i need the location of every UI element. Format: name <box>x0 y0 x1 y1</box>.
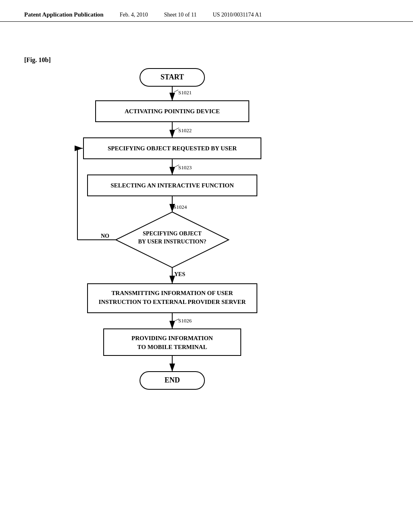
s1021-text: ACTIVATING POINTING DEVICE <box>125 108 220 114</box>
s1022-label: S1022 <box>178 127 192 133</box>
s1024-text-line2: BY USER INSTRUCTION? <box>138 239 206 245</box>
figure-label: [Fig. 10b] <box>24 56 51 64</box>
s1024-text-line1: SPECIFYING OBJECT <box>143 231 202 237</box>
yes-label: YES <box>174 271 185 277</box>
header-sheet: Sheet 10 of 11 <box>164 12 197 18</box>
publication-label: Patent Application Publication <box>24 11 104 18</box>
s1021-label: S1021 <box>178 89 192 96</box>
svg-rect-12 <box>104 329 241 355</box>
s1024-label: S1024 <box>173 204 187 210</box>
s1023-label: S1023 <box>178 164 192 170</box>
end-label: END <box>165 376 180 384</box>
s1026-label: S1026 <box>178 318 192 324</box>
s1026-text-line1: PROVIDING INFORMATION <box>131 335 213 341</box>
page-header: Patent Application Publication Feb. 4, 2… <box>0 0 413 22</box>
flowchart-diagram: START S1021 ACTIVATING POINTING DEVICE S… <box>65 60 348 496</box>
no-label: NO <box>101 233 109 239</box>
s1022-text: SPECIFYING OBJECT REQUESTED BY USER <box>108 145 237 152</box>
header-patent: US 2010/0031174 A1 <box>213 12 262 18</box>
s1025-text-line2: INSTRUCTION TO EXTERNAL PROVIDER SERVER <box>99 299 246 305</box>
s1026-text-line2: TO MOBILE TERMINAL <box>138 344 207 350</box>
header-date: Feb. 4, 2010 <box>120 12 148 18</box>
start-label: START <box>161 73 184 81</box>
svg-rect-10 <box>88 284 257 313</box>
s1025-text-line1: TRANSMITTING INFORMATION OF USER <box>111 290 233 296</box>
s1023-text: SELECTING AN INTERACTIVE FUNCTION <box>111 182 234 189</box>
